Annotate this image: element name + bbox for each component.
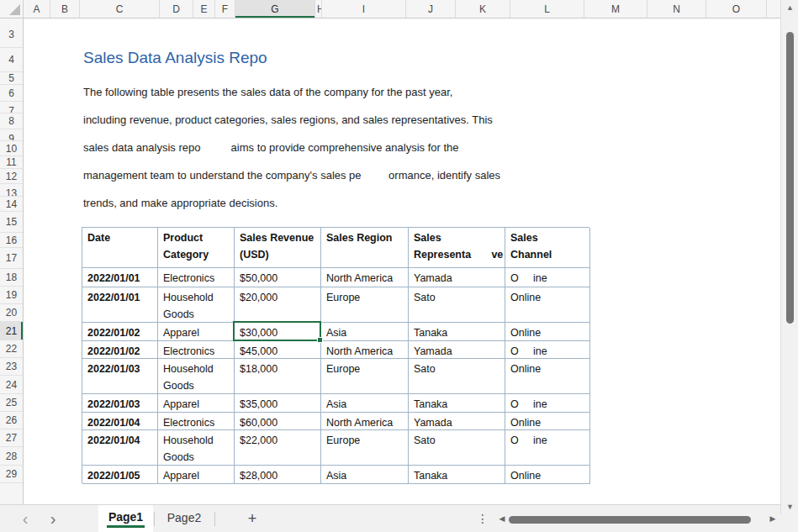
vertical-scroll-thumb[interactable] [786, 32, 794, 324]
sheet-tab-page1[interactable]: Page1 [98, 505, 153, 532]
cell-channel[interactable]: O ine [505, 268, 590, 287]
row-header-20[interactable]: 20 [0, 304, 23, 322]
column-header-k[interactable]: K [456, 0, 510, 18]
row-header-14[interactable]: 14 [0, 197, 23, 212]
column-header-f[interactable]: F [215, 0, 235, 18]
cell-channel[interactable]: O ine [505, 394, 590, 413]
row-header-3[interactable]: 3 [0, 22, 23, 48]
cell-category[interactable]: Electronics [158, 268, 235, 287]
column-header-g[interactable]: G [235, 0, 315, 18]
cell-region[interactable]: Europe [321, 359, 409, 394]
next-sheet-icon[interactable]: › [44, 505, 62, 532]
more-options-icon[interactable]: ⋮ [476, 505, 489, 532]
row-header-4[interactable]: 4 [0, 48, 23, 72]
cell-rep[interactable]: Sato [409, 430, 505, 466]
table-header-region[interactable]: Sales Region [321, 228, 409, 268]
cell-revenue[interactable]: $50,000 [235, 268, 321, 287]
cell-revenue[interactable]: $28,000 [235, 466, 321, 484]
column-header-o[interactable]: O [706, 0, 767, 18]
table-header-rep[interactable]: Sales Representa ve [409, 228, 505, 268]
column-header-b[interactable]: B [50, 0, 80, 18]
column-header-a[interactable]: A [24, 0, 50, 18]
cell-date[interactable]: 2022/01/02 [82, 341, 158, 359]
cell-region[interactable]: North America [321, 268, 409, 287]
cell-region[interactable]: Asia [321, 394, 409, 413]
table-header-category[interactable]: Product Category [158, 228, 235, 268]
column-header-m[interactable]: M [584, 0, 647, 18]
cell-date[interactable]: 2022/01/04 [82, 413, 158, 430]
cell-category[interactable]: Apparel [158, 466, 235, 484]
scroll-left-icon[interactable]: ◀ [495, 505, 509, 532]
cell-rep[interactable]: Yamada [409, 413, 505, 430]
cell-category[interactable]: Household Goods [158, 359, 235, 394]
row-header-15[interactable]: 15 [0, 212, 23, 233]
cell-channel[interactable]: O ine [505, 341, 590, 359]
scroll-down-icon[interactable]: ▼ [781, 501, 798, 513]
cell-revenue[interactable]: $45,000 [235, 341, 321, 359]
row-header-18[interactable]: 18 [0, 269, 23, 287]
column-header-e[interactable]: E [193, 0, 215, 18]
table-header-date[interactable]: Date [82, 228, 158, 268]
column-header-h[interactable]: H [315, 0, 322, 18]
row-header-10[interactable]: 10 [0, 141, 23, 156]
row-header-11[interactable]: 11 [0, 156, 23, 169]
cell-region[interactable]: North America [321, 413, 409, 430]
cell-rep[interactable]: Sato [409, 287, 505, 323]
row-header-17[interactable]: 17 [0, 248, 23, 269]
column-header-n[interactable]: N [647, 0, 706, 18]
scroll-right-icon[interactable]: ▶ [766, 505, 780, 532]
cell-category[interactable]: Household Goods [158, 287, 235, 323]
select-all-corner[interactable] [0, 0, 24, 18]
cell-rep[interactable]: Tanaka [409, 394, 505, 413]
vertical-scrollbar[interactable]: ▲ ▼ [780, 0, 798, 514]
row-header-7[interactable]: 7 [0, 102, 23, 113]
horizontal-scroll-thumb[interactable] [509, 516, 751, 524]
row-header-5[interactable]: 5 [0, 72, 23, 85]
cell-revenue[interactable]: $60,000 [235, 413, 321, 430]
cell-rep[interactable]: Yamada [409, 268, 505, 287]
cell-revenue[interactable]: $18,000 [235, 359, 321, 394]
cell-category[interactable]: Apparel [158, 394, 235, 413]
cell-revenue[interactable]: $35,000 [235, 394, 321, 413]
column-header-l[interactable]: L [510, 0, 584, 18]
column-header-c[interactable]: C [80, 0, 160, 18]
selected-cell[interactable] [233, 321, 321, 341]
row-header-13[interactable]: 13 [0, 184, 23, 197]
row-header-27[interactable]: 27 [0, 429, 23, 447]
cell-channel[interactable]: Online [505, 287, 590, 323]
cell-channel[interactable]: Online [505, 359, 590, 394]
cell-channel[interactable]: O ine [505, 430, 590, 466]
sheet-canvas[interactable]: Sales Data Analysis Repo The following t… [24, 18, 780, 504]
table-header-channel[interactable]: Sales Channel [505, 228, 590, 268]
cell-region[interactable]: Europe [321, 430, 409, 466]
cell-date[interactable]: 2022/01/03 [82, 394, 158, 413]
cell-channel[interactable]: Online [505, 466, 590, 484]
cell-revenue[interactable]: $22,000 [235, 430, 321, 466]
cell-rep[interactable]: Yamada [409, 341, 505, 359]
add-sheet-button[interactable]: + [239, 505, 266, 532]
row-header-24[interactable]: 24 [0, 376, 23, 394]
cell-date[interactable]: 2022/01/01 [82, 287, 158, 323]
cell-date[interactable]: 2022/01/02 [82, 323, 158, 341]
sheet-tab-page2[interactable]: Page2 [155, 505, 214, 532]
column-header-i[interactable]: I [322, 0, 406, 18]
column-header-d[interactable]: D [160, 0, 193, 18]
prev-sheet-icon[interactable]: ‹ [16, 505, 34, 532]
fill-handle-icon[interactable] [317, 337, 323, 343]
column-header-j[interactable]: J [406, 0, 456, 18]
cell-category[interactable]: Electronics [158, 341, 235, 359]
row-header-16[interactable]: 16 [0, 233, 23, 248]
cell-rep[interactable]: Sato [409, 359, 505, 394]
row-header-21[interactable]: 21 [0, 322, 23, 340]
row-header-23[interactable]: 23 [0, 358, 23, 376]
cell-category[interactable]: Electronics [158, 413, 235, 430]
row-header-29[interactable]: 29 [0, 466, 23, 483]
row-header-28[interactable]: 28 [0, 447, 23, 466]
row-header-8[interactable]: 8 [0, 113, 23, 129]
cell-rep[interactable]: Tanaka [409, 466, 505, 484]
row-header-19[interactable]: 19 [0, 287, 23, 304]
row-header-9[interactable]: 9 [0, 129, 23, 141]
scroll-up-icon[interactable]: ▲ [781, 2, 798, 13]
row-header-26[interactable]: 26 [0, 412, 23, 429]
cell-category[interactable]: Household Goods [158, 430, 235, 466]
